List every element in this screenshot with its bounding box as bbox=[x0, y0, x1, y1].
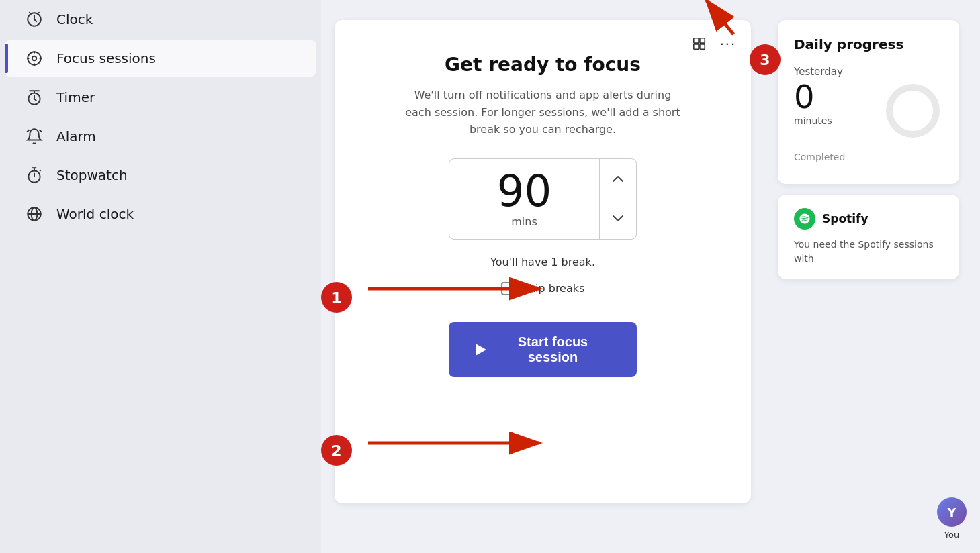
timer-arrows bbox=[599, 159, 636, 239]
avatar-initials: Y bbox=[947, 505, 956, 519]
clock-icon bbox=[24, 11, 44, 28]
timer-number: 90 bbox=[497, 170, 551, 213]
timer-unit: mins bbox=[511, 215, 537, 228]
play-icon bbox=[476, 344, 486, 356]
completed-label: Completed bbox=[794, 146, 943, 162]
spotify-header: Spotify bbox=[794, 208, 943, 230]
skip-breaks-row: Skip breaks bbox=[501, 282, 585, 295]
start-focus-session-button[interactable]: Start focus session bbox=[449, 322, 637, 377]
timer-decrement-button[interactable] bbox=[600, 199, 636, 239]
daily-progress-card: Daily progress Yesterday 0 minutes Compl… bbox=[778, 20, 959, 184]
sidebar-item-focus-sessions[interactable]: Focus sessions bbox=[5, 40, 316, 77]
sidebar: Clock Focus sessions Timer bbox=[0, 0, 321, 553]
spotify-title: Spotify bbox=[822, 212, 868, 225]
avatar-label: You bbox=[944, 530, 959, 540]
user-avatar[interactable]: Y You bbox=[937, 497, 967, 540]
focus-card-wrapper: 1 2 bbox=[335, 20, 764, 503]
stopwatch-icon bbox=[24, 166, 44, 184]
sidebar-item-stopwatch[interactable]: Stopwatch bbox=[5, 157, 316, 193]
right-panel: Daily progress Yesterday 0 minutes Compl… bbox=[778, 20, 959, 279]
alarm-icon bbox=[24, 128, 44, 145]
sidebar-item-clock-label: Clock bbox=[56, 11, 93, 28]
timer-value-section: 90 mins bbox=[449, 159, 599, 239]
sidebar-item-alarm-label: Alarm bbox=[56, 128, 96, 144]
annotation-marker-3: 3 bbox=[750, 44, 781, 75]
timer-increment-button[interactable] bbox=[600, 159, 636, 199]
more-options-button[interactable]: ··· bbox=[716, 31, 740, 56]
sidebar-item-world-clock-label: World clock bbox=[56, 206, 134, 222]
sidebar-item-world-clock[interactable]: World clock bbox=[5, 196, 316, 232]
timer-icon bbox=[24, 89, 44, 106]
focus-icon bbox=[24, 50, 44, 67]
avatar-circle: Y bbox=[937, 497, 967, 527]
svg-point-24 bbox=[889, 87, 936, 134]
yesterday-label: Yesterday bbox=[794, 66, 943, 78]
progress-donut-chart bbox=[883, 81, 943, 141]
active-indicator bbox=[5, 44, 8, 73]
skip-breaks-checkbox[interactable] bbox=[501, 282, 515, 295]
main-content: 1 2 bbox=[321, 0, 980, 553]
more-icon: ··· bbox=[720, 35, 736, 52]
sidebar-item-clock[interactable]: Clock bbox=[5, 1, 316, 38]
progress-stat: Yesterday 0 minutes Completed bbox=[794, 66, 943, 162]
card-top-actions: ··· 3 bbox=[688, 31, 740, 56]
svg-rect-20 bbox=[693, 44, 698, 49]
svg-rect-19 bbox=[700, 38, 705, 43]
break-info: You'll have 1 break. bbox=[490, 256, 595, 268]
skip-breaks-label[interactable]: Skip breaks bbox=[523, 282, 585, 295]
svg-rect-21 bbox=[700, 44, 705, 49]
focus-card-subtitle: We'll turn off notifications and app ale… bbox=[402, 87, 684, 138]
sidebar-item-timer[interactable]: Timer bbox=[5, 79, 316, 115]
svg-line-23 bbox=[707, 1, 733, 34]
svg-point-2 bbox=[32, 56, 37, 61]
svg-rect-18 bbox=[693, 38, 698, 43]
sidebar-item-timer-label: Timer bbox=[56, 89, 95, 105]
pin-button[interactable] bbox=[688, 32, 711, 55]
sidebar-item-stopwatch-label: Stopwatch bbox=[56, 167, 128, 183]
timer-control[interactable]: 90 mins bbox=[449, 158, 637, 240]
sidebar-item-alarm[interactable]: Alarm bbox=[5, 118, 316, 154]
sidebar-item-focus-label: Focus sessions bbox=[56, 50, 156, 66]
start-button-label: Start focus session bbox=[496, 334, 610, 365]
svg-point-8 bbox=[28, 171, 40, 183]
world-clock-icon bbox=[24, 205, 44, 223]
svg-point-1 bbox=[28, 52, 41, 65]
daily-progress-title: Daily progress bbox=[794, 36, 943, 52]
spotify-text: You need the Spotify sessions with bbox=[794, 238, 943, 266]
focus-card-title: Get ready to focus bbox=[445, 54, 641, 76]
spotify-card: Spotify You need the Spotify sessions wi… bbox=[778, 195, 959, 279]
spotify-logo bbox=[794, 208, 815, 230]
progress-unit: minutes bbox=[794, 115, 832, 126]
focus-card: ··· 3 Get ready to focus We'll bbox=[335, 20, 751, 503]
progress-value: 0 bbox=[794, 81, 832, 113]
